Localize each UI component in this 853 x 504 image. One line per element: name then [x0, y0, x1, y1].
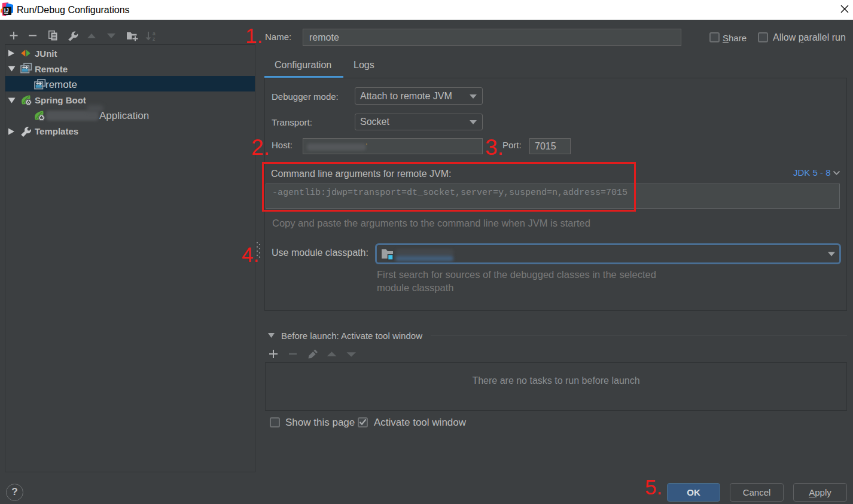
svg-text:a: a — [153, 30, 156, 36]
svg-text:z: z — [153, 36, 155, 42]
svg-text:IJ: IJ — [4, 7, 9, 13]
